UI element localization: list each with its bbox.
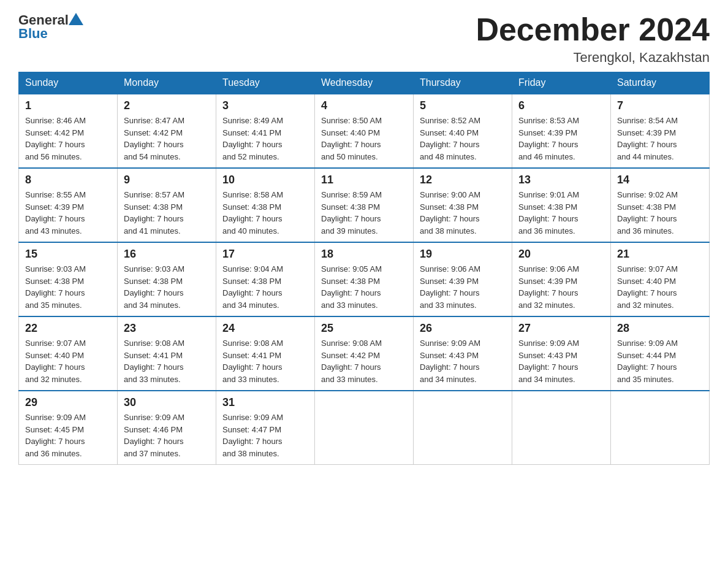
calendar-day-cell: 8Sunrise: 8:55 AM Sunset: 4:39 PM Daylig…: [19, 168, 118, 242]
calendar-day-cell: 6Sunrise: 8:53 AM Sunset: 4:39 PM Daylig…: [512, 94, 611, 168]
day-info: Sunrise: 8:46 AM Sunset: 4:42 PM Dayligh…: [25, 115, 111, 163]
calendar-day-cell: 10Sunrise: 8:58 AM Sunset: 4:38 PM Dayli…: [216, 168, 315, 242]
calendar-day-cell: 26Sunrise: 9:09 AM Sunset: 4:43 PM Dayli…: [414, 316, 512, 391]
calendar-day-cell: 22Sunrise: 9:07 AM Sunset: 4:40 PM Dayli…: [19, 316, 118, 391]
day-number: 22: [25, 322, 111, 335]
calendar-day-cell: 23Sunrise: 9:08 AM Sunset: 4:41 PM Dayli…: [118, 316, 216, 391]
calendar-day-cell: 4Sunrise: 8:50 AM Sunset: 4:40 PM Daylig…: [315, 94, 414, 168]
day-number: 27: [518, 322, 604, 335]
column-header-thursday: Thursday: [414, 72, 512, 94]
day-number: 2: [124, 99, 210, 112]
day-number: 7: [617, 99, 703, 112]
day-info: Sunrise: 9:02 AM Sunset: 4:38 PM Dayligh…: [617, 189, 703, 237]
logo: General Blue: [18, 12, 83, 42]
day-info: Sunrise: 9:08 AM Sunset: 4:41 PM Dayligh…: [222, 337, 308, 385]
day-number: 31: [222, 396, 308, 409]
page-header: General Blue December 2024 Terengkol, Ka…: [18, 12, 710, 66]
day-number: 23: [124, 322, 210, 335]
calendar-table: SundayMondayTuesdayWednesdayThursdayFrid…: [18, 72, 710, 465]
calendar-day-cell: 12Sunrise: 9:00 AM Sunset: 4:38 PM Dayli…: [414, 168, 512, 242]
calendar-header-row: SundayMondayTuesdayWednesdayThursdayFrid…: [19, 72, 710, 94]
calendar-subtitle: Terengkol, Kazakhstan: [476, 50, 710, 66]
calendar-week-row: 15Sunrise: 9:03 AM Sunset: 4:38 PM Dayli…: [19, 242, 710, 316]
day-info: Sunrise: 8:57 AM Sunset: 4:38 PM Dayligh…: [124, 189, 210, 237]
day-info: Sunrise: 9:09 AM Sunset: 4:43 PM Dayligh…: [420, 337, 506, 385]
calendar-day-cell: [512, 391, 611, 465]
column-header-tuesday: Tuesday: [216, 72, 315, 94]
day-number: 16: [124, 248, 210, 261]
day-info: Sunrise: 8:52 AM Sunset: 4:40 PM Dayligh…: [420, 115, 506, 163]
calendar-week-row: 22Sunrise: 9:07 AM Sunset: 4:40 PM Dayli…: [19, 316, 710, 391]
calendar-day-cell: 7Sunrise: 8:54 AM Sunset: 4:39 PM Daylig…: [611, 94, 710, 168]
day-info: Sunrise: 9:03 AM Sunset: 4:38 PM Dayligh…: [25, 263, 111, 311]
column-header-wednesday: Wednesday: [315, 72, 414, 94]
calendar-day-cell: 29Sunrise: 9:09 AM Sunset: 4:45 PM Dayli…: [19, 391, 118, 465]
day-info: Sunrise: 9:03 AM Sunset: 4:38 PM Dayligh…: [124, 263, 210, 311]
day-info: Sunrise: 8:53 AM Sunset: 4:39 PM Dayligh…: [518, 115, 604, 163]
calendar-day-cell: 31Sunrise: 9:09 AM Sunset: 4:47 PM Dayli…: [216, 391, 315, 465]
calendar-day-cell: 25Sunrise: 9:08 AM Sunset: 4:42 PM Dayli…: [315, 316, 414, 391]
calendar-day-cell: 27Sunrise: 9:09 AM Sunset: 4:43 PM Dayli…: [512, 316, 611, 391]
day-info: Sunrise: 9:06 AM Sunset: 4:39 PM Dayligh…: [420, 263, 506, 311]
column-header-saturday: Saturday: [611, 72, 710, 94]
logo-text-blue: Blue: [18, 26, 83, 42]
column-header-friday: Friday: [512, 72, 611, 94]
day-number: 25: [321, 322, 407, 335]
day-number: 6: [518, 99, 604, 112]
day-info: Sunrise: 8:55 AM Sunset: 4:39 PM Dayligh…: [25, 189, 111, 237]
calendar-day-cell: 2Sunrise: 8:47 AM Sunset: 4:42 PM Daylig…: [118, 94, 216, 168]
day-number: 26: [420, 322, 506, 335]
day-number: 17: [222, 248, 308, 261]
calendar-day-cell: 11Sunrise: 8:59 AM Sunset: 4:38 PM Dayli…: [315, 168, 414, 242]
column-header-sunday: Sunday: [19, 72, 118, 94]
calendar-day-cell: 17Sunrise: 9:04 AM Sunset: 4:38 PM Dayli…: [216, 242, 315, 316]
day-number: 21: [617, 248, 703, 261]
day-number: 15: [25, 248, 111, 261]
column-header-monday: Monday: [118, 72, 216, 94]
calendar-day-cell: 5Sunrise: 8:52 AM Sunset: 4:40 PM Daylig…: [414, 94, 512, 168]
day-info: Sunrise: 9:04 AM Sunset: 4:38 PM Dayligh…: [222, 263, 308, 311]
day-info: Sunrise: 9:08 AM Sunset: 4:41 PM Dayligh…: [124, 337, 210, 385]
calendar-day-cell: 14Sunrise: 9:02 AM Sunset: 4:38 PM Dayli…: [611, 168, 710, 242]
day-number: 14: [617, 174, 703, 186]
day-info: Sunrise: 8:54 AM Sunset: 4:39 PM Dayligh…: [617, 115, 703, 163]
day-number: 13: [518, 174, 604, 186]
calendar-day-cell: 20Sunrise: 9:06 AM Sunset: 4:39 PM Dayli…: [512, 242, 611, 316]
calendar-day-cell: 19Sunrise: 9:06 AM Sunset: 4:39 PM Dayli…: [414, 242, 512, 316]
day-info: Sunrise: 9:09 AM Sunset: 4:45 PM Dayligh…: [25, 412, 111, 459]
calendar-day-cell: 24Sunrise: 9:08 AM Sunset: 4:41 PM Dayli…: [216, 316, 315, 391]
day-info: Sunrise: 8:49 AM Sunset: 4:41 PM Dayligh…: [222, 115, 308, 163]
day-info: Sunrise: 9:05 AM Sunset: 4:38 PM Dayligh…: [321, 263, 407, 311]
day-info: Sunrise: 9:07 AM Sunset: 4:40 PM Dayligh…: [25, 337, 111, 385]
day-info: Sunrise: 9:07 AM Sunset: 4:40 PM Dayligh…: [617, 263, 703, 311]
day-number: 12: [420, 174, 506, 186]
day-number: 4: [321, 99, 407, 112]
day-number: 3: [222, 99, 308, 112]
day-info: Sunrise: 8:47 AM Sunset: 4:42 PM Dayligh…: [124, 115, 210, 163]
day-number: 18: [321, 248, 407, 261]
day-number: 9: [124, 174, 210, 186]
day-number: 19: [420, 248, 506, 261]
calendar-day-cell: 30Sunrise: 9:09 AM Sunset: 4:46 PM Dayli…: [118, 391, 216, 465]
calendar-week-row: 8Sunrise: 8:55 AM Sunset: 4:39 PM Daylig…: [19, 168, 710, 242]
day-info: Sunrise: 8:50 AM Sunset: 4:40 PM Dayligh…: [321, 115, 407, 163]
day-info: Sunrise: 9:09 AM Sunset: 4:46 PM Dayligh…: [124, 412, 210, 459]
calendar-day-cell: [315, 391, 414, 465]
logo-triangle-icon: [69, 13, 83, 25]
day-number: 11: [321, 174, 407, 186]
day-number: 24: [222, 322, 308, 335]
day-info: Sunrise: 9:06 AM Sunset: 4:39 PM Dayligh…: [518, 263, 604, 311]
calendar-title: December 2024: [476, 12, 710, 47]
day-number: 10: [222, 174, 308, 186]
day-number: 29: [25, 396, 111, 409]
day-info: Sunrise: 9:09 AM Sunset: 4:43 PM Dayligh…: [518, 337, 604, 385]
day-number: 20: [518, 248, 604, 261]
calendar-day-cell: [414, 391, 512, 465]
calendar-day-cell: 1Sunrise: 8:46 AM Sunset: 4:42 PM Daylig…: [19, 94, 118, 168]
title-block: December 2024 Terengkol, Kazakhstan: [476, 12, 710, 66]
day-info: Sunrise: 9:01 AM Sunset: 4:38 PM Dayligh…: [518, 189, 604, 237]
calendar-day-cell: 21Sunrise: 9:07 AM Sunset: 4:40 PM Dayli…: [611, 242, 710, 316]
calendar-week-row: 1Sunrise: 8:46 AM Sunset: 4:42 PM Daylig…: [19, 94, 710, 168]
day-number: 28: [617, 322, 703, 335]
calendar-day-cell: 16Sunrise: 9:03 AM Sunset: 4:38 PM Dayli…: [118, 242, 216, 316]
